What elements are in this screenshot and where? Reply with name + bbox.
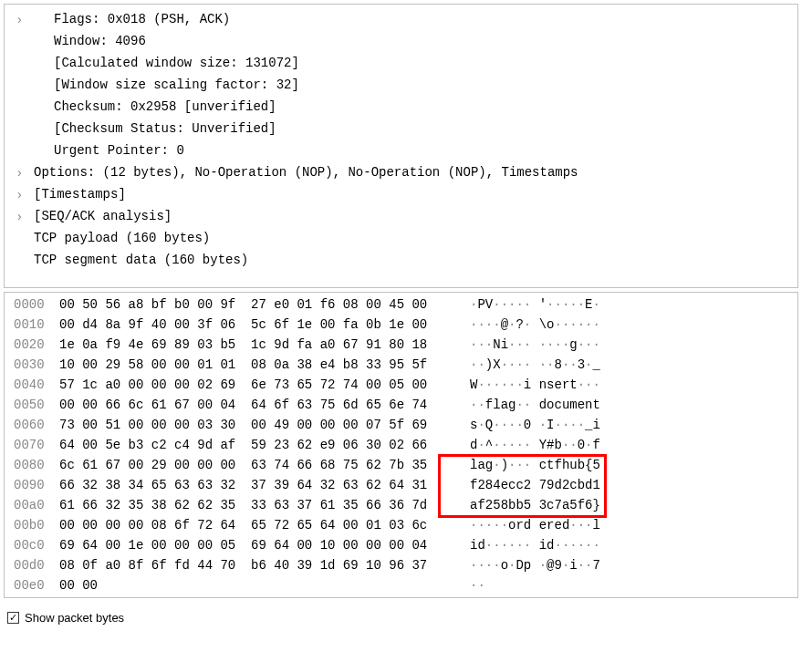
calc-window-item[interactable]: [Calculated window size: 131072] <box>14 52 788 74</box>
hex-row[interactable]: 004057 1c a0 00 00 00 02 69 6e 73 65 72 … <box>5 375 797 395</box>
hex-bytes: 00 00 <box>59 575 443 595</box>
hex-row[interactable]: 000000 50 56 a8 bf b0 00 9f 27 e0 01 f6 … <box>5 295 797 315</box>
hex-row[interactable]: 006073 00 51 00 00 00 03 30 00 49 00 00 … <box>5 415 797 435</box>
hex-row[interactable]: 007064 00 5e b3 c2 c4 9d af 59 23 62 e9 … <box>5 435 797 455</box>
hex-offset: 00e0 <box>5 575 59 595</box>
hex-ascii: ··)X···· ··8··3·_ <box>443 355 600 375</box>
hex-ascii: s·Q····0 ·I····_i <box>443 415 600 435</box>
hex-offset: 00a0 <box>5 495 59 515</box>
hex-offset: 0050 <box>5 395 59 415</box>
hex-row[interactable]: 001000 d4 8a 9f 40 00 3f 06 5c 6f 1e 00 … <box>5 315 797 335</box>
hex-offset: 0030 <box>5 355 59 375</box>
hex-bytes: 00 d4 8a 9f 40 00 3f 06 5c 6f 1e 00 fa 0… <box>59 315 443 335</box>
hex-bytes: 08 0f a0 8f 6f fd 44 70 b6 40 39 1d 69 1… <box>59 555 443 575</box>
hex-offset: 0040 <box>5 375 59 395</box>
hex-ascii: W······i nsert··· <box>443 375 600 395</box>
hex-row[interactable]: 009066 32 38 34 65 63 63 32 37 39 64 32 … <box>5 475 797 495</box>
hex-ascii: d·^····· Y#b··0·f <box>443 435 600 455</box>
hex-ascii: ·· <box>443 575 493 595</box>
hex-row[interactable]: 00806c 61 67 00 29 00 00 00 63 74 66 68 … <box>5 455 797 475</box>
hex-row[interactable]: 005000 00 66 6c 61 67 00 04 64 6f 63 75 … <box>5 395 797 415</box>
hex-ascii: ···Ni··· ····g··· <box>443 335 600 355</box>
payload-item[interactable]: TCP payload (160 bytes) <box>14 227 788 249</box>
hex-row[interactable]: 00a061 66 32 35 38 62 62 35 33 63 37 61 … <box>5 495 797 515</box>
footer: ✓ Show packet bytes <box>0 602 802 634</box>
hex-bytes: 69 64 00 1e 00 00 00 05 69 64 00 10 00 0… <box>59 535 443 555</box>
flags-item[interactable]: Flags: 0x018 (PSH, ACK) <box>14 8 788 30</box>
show-bytes-label: Show packet bytes <box>25 611 124 625</box>
hex-ascii: ·PV····· '·····E· <box>443 295 600 315</box>
packet-bytes-pane[interactable]: 000000 50 56 a8 bf b0 00 9f 27 e0 01 f6 … <box>4 292 798 598</box>
hex-row[interactable]: 00c069 64 00 1e 00 00 00 05 69 64 00 10 … <box>5 535 797 555</box>
hex-ascii: ··flag·· document <box>443 395 600 415</box>
segment-item[interactable]: TCP segment data (160 bytes) <box>14 249 788 271</box>
hex-bytes: 57 1c a0 00 00 00 02 69 6e 73 65 72 74 0… <box>59 375 443 395</box>
hex-ascii: id······ id······ <box>443 535 600 555</box>
hex-bytes: 61 66 32 35 38 62 62 35 33 63 37 61 35 6… <box>59 495 443 515</box>
hex-row[interactable]: 003010 00 29 58 00 00 01 01 08 0a 38 e4 … <box>5 355 797 375</box>
checksum-status-item[interactable]: [Checksum Status: Unverified] <box>14 118 788 140</box>
hex-bytes: 64 00 5e b3 c2 c4 9d af 59 23 62 e9 06 3… <box>59 435 443 455</box>
hex-offset: 0010 <box>5 315 59 335</box>
hex-bytes: 00 00 66 6c 61 67 00 04 64 6f 63 75 6d 6… <box>59 395 443 415</box>
hex-offset: 00d0 <box>5 555 59 575</box>
options-item[interactable]: Options: (12 bytes), No-Operation (NOP),… <box>14 161 788 183</box>
seqack-item[interactable]: [SEQ/ACK analysis] <box>14 205 788 227</box>
hex-bytes: 66 32 38 34 65 63 63 32 37 39 64 32 63 6… <box>59 475 443 495</box>
checksum-item[interactable]: Checksum: 0x2958 [unverified] <box>14 96 788 118</box>
hex-ascii: ·····ord ered···l <box>443 515 600 535</box>
hex-ascii: f284ecc2 79d2cbd1 <box>443 475 600 495</box>
window-item[interactable]: Window: 4096 <box>14 30 788 52</box>
hex-bytes: 6c 61 67 00 29 00 00 00 63 74 66 68 75 6… <box>59 455 443 475</box>
hex-ascii: af258bb5 3c7a5f6} <box>443 495 600 515</box>
hex-row[interactable]: 00e000 00·· <box>5 575 797 595</box>
hex-row[interactable]: 00201e 0a f9 4e 69 89 03 b5 1c 9d fa a0 … <box>5 335 797 355</box>
hex-bytes: 1e 0a f9 4e 69 89 03 b5 1c 9d fa a0 67 9… <box>59 335 443 355</box>
hex-offset: 0000 <box>5 295 59 315</box>
hex-offset: 0070 <box>5 435 59 455</box>
hex-bytes: 00 00 00 00 08 6f 72 64 65 72 65 64 00 0… <box>59 515 443 535</box>
hex-offset: 0060 <box>5 415 59 435</box>
hex-ascii: ····@·?· \o······ <box>443 315 600 335</box>
hex-bytes: 10 00 29 58 00 00 01 01 08 0a 38 e4 b8 3… <box>59 355 443 375</box>
hex-bytes: 00 50 56 a8 bf b0 00 9f 27 e0 01 f6 08 0… <box>59 295 443 315</box>
hex-offset: 0020 <box>5 335 59 355</box>
timestamps-item[interactable]: [Timestamps] <box>14 183 788 205</box>
hex-offset: 00b0 <box>5 515 59 535</box>
hex-ascii: lag·)··· ctfhub{5 <box>443 455 600 475</box>
hex-offset: 00c0 <box>5 535 59 555</box>
hex-row[interactable]: 00b000 00 00 00 08 6f 72 64 65 72 65 64 … <box>5 515 797 535</box>
urgent-item[interactable]: Urgent Pointer: 0 <box>14 140 788 161</box>
hex-offset: 0090 <box>5 475 59 495</box>
hex-offset: 0080 <box>5 455 59 475</box>
packet-details-pane[interactable]: Flags: 0x018 (PSH, ACK) Window: 4096 [Ca… <box>4 4 798 288</box>
hex-bytes: 73 00 51 00 00 00 03 30 00 49 00 00 00 0… <box>59 415 443 435</box>
scaling-item[interactable]: [Window size scaling factor: 32] <box>14 74 788 96</box>
hex-row[interactable]: 00d008 0f a0 8f 6f fd 44 70 b6 40 39 1d … <box>5 555 797 575</box>
show-bytes-checkbox[interactable]: ✓ <box>7 612 19 624</box>
hex-ascii: ····o·Dp ·@9·i··7 <box>443 555 600 575</box>
